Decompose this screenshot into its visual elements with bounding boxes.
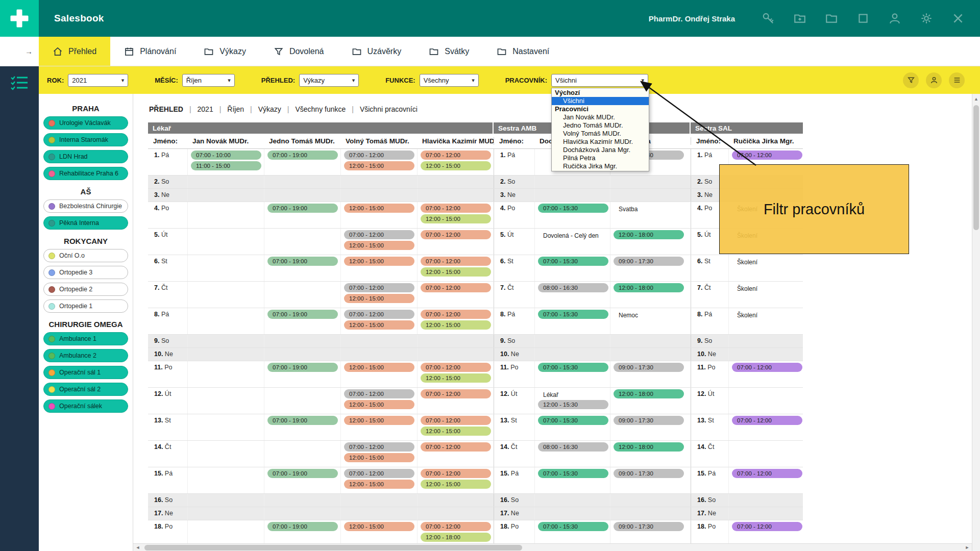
shift-pill[interactable]: 12:00 - 18:00 [421,533,491,542]
shift-cell[interactable] [610,507,691,520]
shift-cell[interactable] [417,348,494,361]
shift-cell[interactable] [340,176,417,188]
shift-cell[interactable]: Nemoc [610,308,691,334]
shift-pill[interactable]: 12:00 - 15:00 [421,320,491,330]
sidebar-item-ambulance-2[interactable]: Ambulance 2 [43,349,128,362]
worker-option[interactable]: Ručička Jirka Mgr. [552,162,649,170]
shift-pill[interactable]: 07:00 - 19:00 [267,310,338,319]
shift-pill[interactable]: 12:00 - 15:00 [344,320,414,330]
shift-cell[interactable] [264,348,340,361]
sidebar-item-ortopedie-1[interactable]: Ortopedie 1 [43,299,128,313]
shift-cell[interactable]: 07:00 - 15:30 [534,308,610,334]
sidebar-item-ortopedie-2[interactable]: Ortopedie 2 [43,283,128,296]
sidebar-item-operacni-sal-1[interactable]: Operační sál 1 [43,366,128,379]
shift-pill[interactable]: 08:00 - 16:30 [538,283,608,292]
shift-cell[interactable]: 07:00 - 19:00 [264,520,340,546]
shift-cell[interactable]: 07:00 - 15:30 [534,202,610,228]
shift-cell[interactable]: 07:00 - 15:30 [534,361,610,387]
shift-pill[interactable]: 09:00 - 17:30 [614,522,684,531]
shift-note[interactable]: Lékař [538,389,610,400]
sidebar-item-operacni-salek[interactable]: Operační sálek [43,399,128,413]
prehled-select[interactable]: Výkazy▾ [299,74,359,87]
shift-cell[interactable]: 07:00 - 12:0012:00 - 15:00 [340,149,417,175]
shift-note[interactable]: Školení [732,283,803,294]
shift-cell[interactable]: 07:00 - 12:00 [417,282,494,308]
shift-cell[interactable]: 07:00 - 15:30 [534,520,610,546]
horizontal-scroll-track[interactable] [142,544,963,551]
shift-cell[interactable]: 07:00 - 12:0012:00 - 15:00 [417,467,494,493]
shift-cell[interactable] [728,388,803,414]
shift-cell[interactable]: 09:00 - 17:30 [610,255,691,281]
shift-pill[interactable]: 12:00 - 15:00 [344,241,414,250]
shift-pill[interactable]: 07:00 - 10:00 [191,151,261,160]
shift-cell[interactable] [187,388,264,414]
shift-cell[interactable]: Školení [728,255,803,281]
shift-cell[interactable] [728,335,803,347]
shift-pill[interactable]: 07:00 - 19:00 [267,363,338,372]
shift-cell[interactable] [187,507,264,520]
mesic-select[interactable]: Říjen▾ [182,74,235,87]
shift-cell[interactable]: 07:00 - 12:0012:00 - 15:00 [417,149,494,175]
tab-svatky[interactable]: Svátky [415,37,483,66]
shift-cell[interactable]: 07:00 - 12:00 [417,441,494,467]
shift-cell[interactable] [264,494,340,507]
shift-cell[interactable]: 07:00 - 12:0012:00 - 15:00 [340,229,417,255]
shift-pill[interactable]: 12:00 - 15:30 [538,400,608,409]
tab-prehled[interactable]: Přehled [39,37,110,66]
breadcrumb-item[interactable]: PŘEHLED [148,105,189,113]
shift-pill[interactable]: 12:00 - 15:00 [344,294,414,303]
shift-pill[interactable]: 12:00 - 15:00 [421,427,491,436]
shift-cell[interactable] [264,229,340,255]
shift-cell[interactable]: 07:00 - 12:0012:00 - 15:00 [417,414,494,440]
shift-cell[interactable]: 07:00 - 12:00 [728,414,803,440]
user-icon[interactable] [888,12,901,25]
pracovnik-select[interactable]: Všichni▾ [551,74,648,87]
shift-pill[interactable]: 12:00 - 15:00 [421,267,491,277]
shift-cell[interactable]: 07:00 - 15:30 [534,467,610,493]
shift-cell[interactable] [187,189,264,202]
shift-cell[interactable] [340,335,417,347]
shift-pill[interactable]: 07:00 - 12:00 [732,151,802,160]
shift-cell[interactable]: 07:00 - 12:00 [728,361,803,387]
shift-cell[interactable] [264,282,340,308]
shift-pill[interactable]: 07:00 - 12:00 [344,151,414,160]
shift-pill[interactable]: 12:00 - 15:00 [344,257,414,266]
shift-pill[interactable]: 07:00 - 15:30 [538,469,608,478]
shift-cell[interactable]: 07:00 - 19:00 [264,361,340,387]
folder-plus-icon[interactable] [793,12,806,25]
shift-cell[interactable] [187,229,264,255]
shift-note[interactable]: Dovolená - Celý den [538,230,610,241]
shift-pill[interactable]: 09:00 - 17:30 [614,416,684,425]
shift-cell[interactable]: 07:00 - 10:0011:00 - 15:00 [187,149,264,175]
shift-pill[interactable]: 07:00 - 15:30 [538,363,608,372]
shift-pill[interactable]: 07:00 - 12:00 [421,257,491,266]
key-icon[interactable] [762,12,775,25]
shift-pill[interactable]: 09:00 - 17:30 [614,469,684,478]
shift-cell[interactable] [264,388,340,414]
shift-cell[interactable] [187,441,264,467]
shift-cell[interactable]: Školení [728,308,803,334]
shift-cell[interactable] [534,507,610,520]
sidebar-item-bezbolestna-chirurgie[interactable]: Bezbolestná Chirurgie [43,199,128,213]
shift-cell[interactable]: 09:00 - 17:30 [610,467,691,493]
shift-cell[interactable]: 07:00 - 15:30 [534,255,610,281]
shift-cell[interactable] [610,189,691,202]
shift-pill[interactable]: 12:00 - 18:00 [614,442,684,452]
worker-option[interactable]: Volný Tomáš MUDr. [552,130,649,138]
tab-uzaverky[interactable]: Uzávěrky [338,37,415,66]
shift-cell[interactable] [264,189,340,202]
scroll-up-icon[interactable]: ▲ [972,94,980,102]
tab-nastaveni[interactable]: Nastavení [483,37,563,66]
worker-option[interactable]: Jedno Tomáš MUDr. [552,121,649,130]
sidebar-item-interna-staromak[interactable]: Interna Staromák [43,133,128,146]
shift-cell[interactable]: 09:00 - 17:30 [610,414,691,440]
shift-pill[interactable]: 12:00 - 15:00 [344,453,414,462]
shift-cell[interactable]: Dovolená - Celý den [534,229,610,255]
shift-cell[interactable] [187,282,264,308]
shift-cell[interactable]: 07:00 - 12:0012:00 - 15:00 [417,202,494,228]
shift-cell[interactable] [417,335,494,347]
worker-option[interactable]: Docházková Jana Mgr. [552,146,649,154]
shift-pill[interactable]: 07:00 - 12:00 [421,522,491,531]
shift-pill[interactable]: 07:00 - 12:00 [421,363,491,372]
shift-pill[interactable]: 12:00 - 18:00 [614,230,684,239]
